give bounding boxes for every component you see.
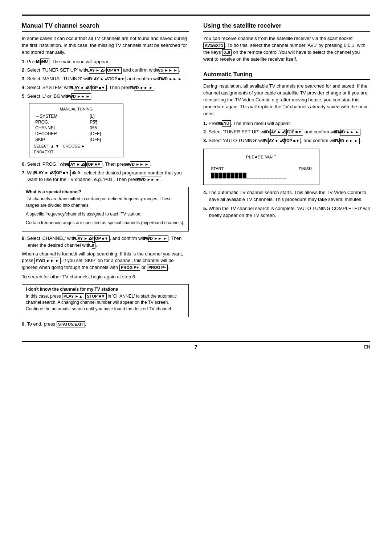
progress-empty — [247, 173, 287, 178]
system-value: [L] — [88, 113, 119, 119]
stop-key-6: STOP ■▼ — [87, 161, 102, 168]
manual-tuning-box-title: MANUAL TUNING — [34, 107, 119, 111]
progress-box: PLEASE WAIT START FINISH — [203, 149, 319, 185]
step-2-num: 2. — [22, 67, 26, 73]
step-1-num: 1. — [22, 59, 26, 64]
channel-value: 055 — [88, 125, 119, 131]
note-1-para-3: Certain frequency ranges are specified a… — [26, 220, 185, 226]
fwd-key-at3: FWD ►► ► — [339, 138, 360, 144]
at-step-3: 3. Select 'AUTO TUNING' with PLAY ►▲ STO… — [203, 137, 370, 144]
stop-key-4: STOP ■▼ — [91, 85, 107, 91]
fwd-key-8: FWD ►► ► — [148, 235, 168, 242]
stop-key-note2: STOP ■▼ — [85, 293, 106, 299]
please-wait-label: PLEASE WAIT — [211, 155, 312, 159]
step-8: 8. Select 'CHANNEL' with PLAY ►▲ STOP ■▼… — [22, 235, 189, 249]
prog-label: PROG. — [34, 119, 88, 125]
at-step-3-num: 3. — [203, 138, 207, 143]
progress-bar — [211, 172, 312, 179]
note-1-title: What is a special channel? — [26, 189, 185, 194]
step-8-num: 8. — [22, 235, 26, 241]
fwd-key-at2: FWD ►► ► — [340, 129, 360, 135]
auto-tuning-intro: During installation, all available TV ch… — [203, 83, 370, 117]
fwd-key-6: FWD ►► ► — [130, 161, 150, 168]
page-number: 7 — [138, 344, 254, 350]
at-step-4: 4. The automatic TV channel search start… — [203, 189, 370, 203]
table-row: CHANNEL 055 — [34, 125, 119, 131]
skip-label: SKIP — [34, 137, 88, 142]
note-box-2: I don't know the channels for my TV stat… — [22, 284, 189, 317]
num-key-7: 0..9 — [78, 170, 81, 176]
note-1-para-1: TV channels are transmitted in certain p… — [26, 196, 185, 209]
right-column: Using the satellite receiver You can rec… — [203, 22, 370, 330]
prog-value: P55 — [88, 119, 119, 125]
steps-after-progress: 4. The automatic TV channel search start… — [203, 189, 370, 219]
step-4: 4. Select 'SYSTEM' with PLAY ►▲ STOP ■▼.… — [22, 84, 189, 91]
step-9-num: 9. — [22, 321, 26, 327]
when-channel-para: When a channel is found,it will stop sea… — [22, 251, 189, 271]
progress-filled — [211, 173, 247, 178]
stop-key-3: STOP ■▼ — [111, 76, 126, 82]
table-row: PROG. P55 — [34, 119, 119, 125]
num-key-8: 0..9 — [92, 242, 95, 249]
status-exit-key: STATUS/EXIT — [57, 321, 85, 327]
steps-list: 1. Press MENU. The main menu will appear… — [22, 59, 189, 100]
table-row: →SYSTEM [L] — [34, 113, 119, 119]
step-3: 3. Select 'MANUAL TUNING' with PLAY ►▲ S… — [22, 76, 189, 82]
decoder-value: [OFF] — [88, 131, 119, 137]
left-column: Manual TV channel search In some cases i… — [22, 22, 189, 330]
at-step-2: 2. Select 'TUNER SET UP' with PLAY ►▲ ST… — [203, 129, 370, 136]
table-row: DECODER [OFF] — [34, 131, 119, 137]
at-step-5-num: 5. — [203, 206, 207, 211]
start-label: START — [211, 166, 224, 171]
at-step-2-num: 2. — [203, 129, 207, 134]
step-6: 6. Select 'PROG.' with PLAY ►▲ STOP ■▼. … — [22, 161, 189, 168]
box-footer-1: SELECT ▲ ▼ CHOOSE ► — [34, 144, 119, 148]
box-footer-2: END=EXIT — [34, 150, 119, 154]
fwd-key-3: FWD ►► ► — [163, 76, 183, 82]
skip-value: [OFF] — [88, 137, 119, 142]
step-5: 5. Select 'L' or 'BG'with FWD ►► ►. — [22, 93, 189, 100]
step-6-num: 6. — [22, 161, 26, 167]
auto-tuning-title: Automatic Tuning — [203, 71, 370, 80]
fwd-key-2: FWD ►► ► — [159, 67, 179, 73]
progress-labels: START FINISH — [211, 166, 312, 171]
note-2-para: In this case, press PLAY ►▲ STOP ■▼ in '… — [26, 293, 185, 312]
manual-tuning-table: →SYSTEM [L] PROG. P55 CHANNEL 055 DECODE… — [34, 113, 119, 142]
at-step-4-num: 4. — [203, 190, 207, 195]
top-rule — [22, 15, 370, 16]
channel-label: CHANNEL — [34, 125, 88, 131]
main-content: Manual TV channel search In some cases i… — [22, 22, 370, 330]
manual-tuning-box: MANUAL TUNING →SYSTEM [L] PROG. P55 CHAN… — [29, 104, 123, 157]
steps-after-box: 6. Select 'PROG.' with PLAY ►▲ STOP ■▼. … — [22, 161, 189, 184]
lang-label: EN — [254, 344, 370, 350]
menu-key: MENU — [40, 59, 49, 65]
decoder-label: DECODER — [34, 131, 88, 137]
page-footer: 7 EN — [22, 341, 370, 350]
left-section-title: Manual TV channel search — [22, 22, 189, 32]
step-7-num: 7. — [22, 170, 26, 176]
fwd-key-4: FWD ►► ► — [134, 85, 154, 91]
note-box-1: What is a special channel? TV channels a… — [22, 187, 189, 231]
auto-tuning-steps: 1. Press MENU. The main menu will appear… — [203, 120, 370, 145]
step-9: 9. To end, press STATUS/EXIT. — [22, 321, 189, 328]
step-3-num: 3. — [22, 76, 26, 81]
right-intro: You can receive channels from the satell… — [203, 35, 370, 63]
step-7: 7. With PLAY ►▲ STOP ■▼ or 0..9, select … — [22, 170, 189, 184]
fwd-when-found: FWD ►► ► — [34, 258, 61, 264]
stop-key-7: STOP ■▼ — [56, 170, 71, 176]
prog-plus-key: PROG P+ — [119, 265, 140, 271]
right-section-title: Using the satellite receiver — [203, 22, 370, 32]
steps-after-note1: 8. Select 'CHANNEL' with PLAY ►▲ STOP ■▼… — [22, 235, 189, 249]
step-2: 2. Select 'TUNER SET UP' with PLAY ►▲ ST… — [22, 67, 189, 74]
stop-key-at2: STOP ■▼ — [288, 129, 303, 135]
stop-key-2: STOP ■▼ — [106, 67, 122, 73]
prog-minus-key: PROG P– — [147, 265, 168, 271]
step-4-num: 4. — [22, 85, 26, 90]
finish-label: FINISH — [299, 166, 312, 171]
stop-key-at3: STOP ■▼ — [286, 138, 301, 144]
note-2-title: I don't know the channels for my TV stat… — [26, 287, 185, 292]
system-label: →SYSTEM — [34, 113, 88, 119]
step-1: 1. Press MENU. The main menu will appear… — [22, 59, 189, 65]
av1-ext1-key: AV1/EXT1 — [203, 43, 225, 49]
search-again-para: To search for other TV channels, begin a… — [22, 274, 189, 281]
